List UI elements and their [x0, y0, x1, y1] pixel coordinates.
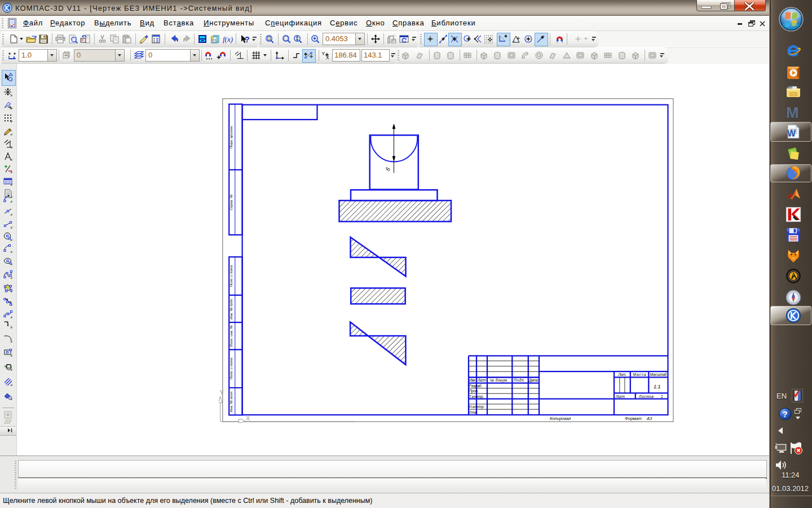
svg-text:Утв.: Утв. [469, 410, 478, 414]
svg-text:Лист: Лист [615, 395, 625, 398]
svg-text:Справ. №: Справ. № [229, 194, 233, 210]
svg-text:№ докум.: № докум. [490, 378, 508, 383]
svg-text:Формат: Формат [625, 416, 642, 421]
svg-text:Перв. примен.: Перв. примен. [229, 125, 233, 148]
svg-text:Инв. № подл.: Инв. № подл. [229, 391, 233, 412]
svg-text:Пров.: Пров. [469, 389, 479, 393]
svg-text:Дата: Дата [528, 378, 538, 383]
svg-text:?: ? [783, 409, 788, 419]
svg-text:Подп. и дата: Подп. и дата [229, 357, 233, 379]
svg-text:?: ? [245, 35, 250, 43]
svg-text:Лист: Лист [477, 378, 487, 382]
svg-text:Копировал: Копировал [550, 416, 571, 421]
svg-text:Инв. № дубл.: Инв. № дубл. [229, 298, 233, 319]
svg-text:Т.контр.: Т.контр. [469, 395, 484, 399]
svg-text:Лит.: Лит. [618, 373, 626, 376]
svg-text:Листов: Листов [638, 395, 654, 398]
svg-text:Изм.: Изм. [469, 378, 476, 382]
svg-text:f(x): f(x) [223, 35, 233, 43]
svg-text:Масса: Масса [633, 373, 646, 376]
svg-text:Y: Y [321, 51, 325, 56]
svg-text:Масштаб: Масштаб [650, 373, 667, 376]
svg-text:Подп.: Подп. [514, 378, 525, 382]
svg-text:1: 1 [661, 395, 663, 398]
svg-text:1:1: 1:1 [654, 384, 661, 389]
svg-text:Y: Y [220, 389, 224, 396]
svg-text:Подп. и дата: Подп. и дата [229, 265, 233, 287]
svg-text:X: X [246, 415, 250, 422]
svg-text:W: W [787, 129, 796, 138]
svg-text:Н.контр.: Н.контр. [469, 405, 485, 409]
svg-text:А3: А3 [646, 416, 652, 421]
svg-text:Взам. инв. №: Взам. инв. № [229, 325, 233, 347]
svg-text:M: M [786, 104, 799, 120]
svg-text:Разраб.: Разраб. [469, 384, 483, 388]
